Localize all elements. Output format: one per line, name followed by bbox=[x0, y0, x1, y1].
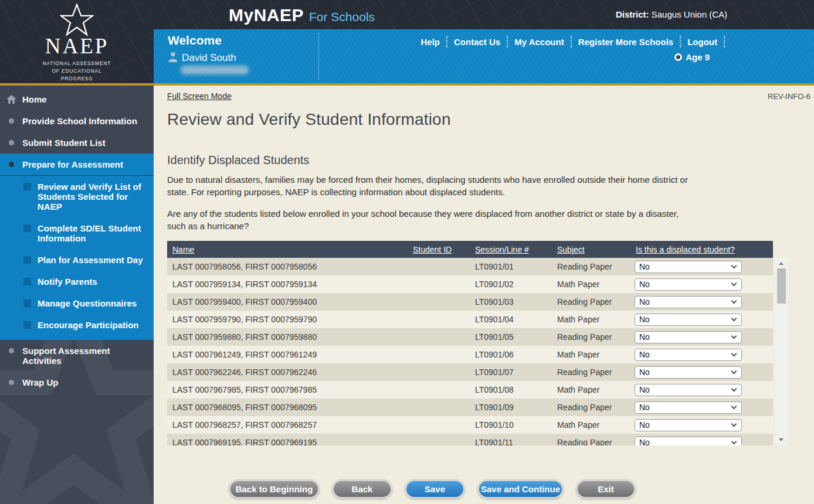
logo-subtext-line2: OF EDUCATIONAL bbox=[0, 67, 154, 75]
sidebar-item-notify-parents[interactable]: Notify Parents bbox=[0, 271, 154, 292]
sidebar-item-wrap-up[interactable]: Wrap Up bbox=[0, 372, 154, 393]
displaced-select[interactable]: No bbox=[635, 401, 742, 414]
sidebar-item-label: Complete SD/EL Student Information bbox=[38, 223, 141, 243]
sidebar-item-label: Plan for Assessment Day bbox=[38, 255, 143, 265]
displaced-select[interactable]: No bbox=[635, 384, 742, 396]
scroll-up-icon[interactable] bbox=[779, 262, 784, 265]
sidebar-item-manage-questionnaires[interactable]: Manage Questionnaires bbox=[0, 292, 154, 314]
displaced-select[interactable]: No bbox=[635, 261, 742, 273]
sidebar-item-prepare-for-assessment[interactable]: Prepare for Assessment bbox=[0, 154, 154, 175]
cell-subject: Reading Paper bbox=[552, 262, 630, 271]
cell-subject: Math Paper bbox=[552, 385, 630, 394]
displaced-select[interactable]: No bbox=[635, 366, 742, 379]
sidebar-item-support-assessment-activities[interactable]: Support Assessment Activities bbox=[0, 340, 154, 372]
back-to-beginning-button[interactable]: Back to Beginning bbox=[229, 479, 320, 499]
displaced-select-value: No bbox=[639, 332, 650, 342]
displaced-select-value: No bbox=[639, 385, 650, 394]
header-menu: HelpContact UsMy AccountRegister More Sc… bbox=[420, 36, 731, 47]
column-header-session-line[interactable]: Session/Line # bbox=[470, 245, 552, 254]
displaced-select[interactable]: No bbox=[635, 331, 742, 343]
age-label: Age 9 bbox=[686, 52, 710, 62]
age-filter[interactable]: Age 9 bbox=[674, 52, 710, 62]
district-value: Saugus Union (CA) bbox=[652, 9, 727, 19]
displaced-select[interactable]: No bbox=[635, 296, 742, 308]
displaced-select[interactable]: No bbox=[635, 349, 742, 361]
exit-button[interactable]: Exit bbox=[576, 479, 636, 499]
table-row: LAST 0007959880, FIRST 0007959880LT0901/… bbox=[167, 328, 773, 346]
current-user: David South bbox=[168, 52, 236, 64]
menu-link-register-more-schools[interactable]: Register More Schools bbox=[578, 37, 674, 47]
displaced-select-value: No bbox=[639, 420, 650, 430]
chevron-down-icon bbox=[731, 350, 737, 356]
displaced-select[interactable]: No bbox=[635, 314, 742, 326]
menu-link-my-account[interactable]: My Account bbox=[514, 37, 564, 47]
chevron-down-icon bbox=[731, 438, 737, 444]
gold-accent-line bbox=[0, 83, 814, 86]
table-row: LAST 0007968257, FIRST 0007968257LT0901/… bbox=[167, 416, 773, 434]
sidebar-section-prepare-for-assessment: Prepare for Assessment Review and Verify… bbox=[0, 154, 154, 340]
cell-session-line: LT0901/10 bbox=[470, 420, 552, 430]
displaced-select[interactable]: No bbox=[635, 419, 742, 431]
logo-subtext: NATIONAL ASSESSMENT OF EDUCATIONAL PROGR… bbox=[0, 60, 154, 82]
cell-displaced: No bbox=[630, 437, 773, 446]
sidebar-item-home[interactable]: Home bbox=[0, 88, 154, 110]
menu-separator bbox=[680, 36, 681, 47]
save-and-continue-button[interactable]: Save and Continue bbox=[477, 479, 564, 499]
save-button[interactable]: Save bbox=[405, 479, 465, 499]
displaced-select[interactable]: No bbox=[635, 437, 742, 446]
scrollbar-thumb[interactable] bbox=[777, 268, 786, 304]
table-row: LAST 0007958056, FIRST 0007958056LT0901/… bbox=[167, 258, 773, 275]
cell-displaced: No bbox=[630, 278, 773, 291]
cell-displaced: No bbox=[630, 419, 773, 431]
cell-name: LAST 0007959400, FIRST 0007959400 bbox=[167, 297, 408, 307]
menu-separator bbox=[571, 36, 572, 47]
app-name: MyNAEP bbox=[229, 5, 304, 25]
displaced-select-value: No bbox=[639, 367, 650, 377]
cell-name: LAST 0007959880, FIRST 0007959880 bbox=[167, 332, 408, 342]
sidebar-item-review-and-verify[interactable]: Review and Verify List of Students Selec… bbox=[0, 176, 154, 217]
column-header-name[interactable]: Name bbox=[167, 245, 408, 254]
displaced-select-value: No bbox=[639, 262, 650, 271]
cell-name: LAST 0007959134, FIRST 0007959134 bbox=[167, 280, 408, 289]
back-button[interactable]: Back bbox=[332, 479, 392, 499]
column-header-subject[interactable]: Subject bbox=[552, 245, 630, 254]
cell-name: LAST 0007962246, FIRST 0007962246 bbox=[167, 367, 408, 377]
chevron-down-icon bbox=[731, 333, 737, 339]
displaced-select-value: No bbox=[639, 280, 650, 289]
sidebar-item-encourage-participation[interactable]: Encourage Participation bbox=[0, 314, 154, 336]
cell-displaced: No bbox=[630, 331, 773, 343]
displaced-select-value: No bbox=[639, 315, 650, 324]
sidebar-item-label: Provide School Information bbox=[22, 116, 137, 126]
cell-name: LAST 0007968257, FIRST 0007968257 bbox=[167, 420, 408, 430]
table-scrollbar[interactable] bbox=[775, 258, 788, 445]
sidebar-item-complete-sdel-information[interactable]: Complete SD/EL Student Information bbox=[0, 217, 154, 249]
cell-subject: Reading Paper bbox=[552, 332, 630, 342]
cell-displaced: No bbox=[630, 261, 773, 273]
cell-subject: Math Paper bbox=[552, 350, 630, 359]
sidebar-item-provide-school-information[interactable]: Provide School Information bbox=[0, 110, 154, 132]
full-screen-mode-link[interactable]: Full Screen Mode bbox=[167, 91, 232, 101]
table-row: LAST 0007968095, FIRST 0007968095LT0901/… bbox=[167, 399, 773, 416]
cell-name: LAST 0007961249, FIRST 0007961249 bbox=[167, 350, 408, 359]
cell-subject: Math Paper bbox=[552, 280, 630, 289]
sidebar-item-label: Wrap Up bbox=[22, 377, 58, 387]
scroll-down-icon[interactable] bbox=[779, 438, 784, 441]
column-header-student-id[interactable]: Student ID bbox=[408, 245, 470, 254]
chevron-down-icon bbox=[731, 263, 737, 268]
cell-name: LAST 0007959790, FIRST 0007959790 bbox=[167, 315, 408, 324]
menu-link-logout[interactable]: Logout bbox=[687, 37, 717, 47]
cell-session-line: LT0901/02 bbox=[470, 280, 552, 289]
district-label: District: Saugus Union (CA) bbox=[616, 9, 727, 19]
menu-link-help[interactable]: Help bbox=[420, 37, 440, 47]
displaced-select-value: No bbox=[639, 297, 650, 307]
sidebar-item-label: Notify Parents bbox=[38, 277, 97, 287]
action-buttons: Back to Beginning Back Save Save and Con… bbox=[229, 479, 636, 499]
column-header-displaced[interactable]: Is this a displaced student? bbox=[630, 245, 773, 254]
sidebar-item-label: Submit Student List bbox=[22, 138, 106, 148]
cell-displaced: No bbox=[630, 296, 773, 308]
sidebar-item-plan-for-assessment-day[interactable]: Plan for Assessment Day bbox=[0, 249, 154, 271]
displaced-select[interactable]: No bbox=[635, 278, 742, 291]
menu-link-contact-us[interactable]: Contact Us bbox=[454, 37, 500, 47]
page-code: REV-INFO-6 bbox=[768, 92, 810, 101]
sidebar-item-submit-student-list[interactable]: Submit Student List bbox=[0, 132, 154, 154]
